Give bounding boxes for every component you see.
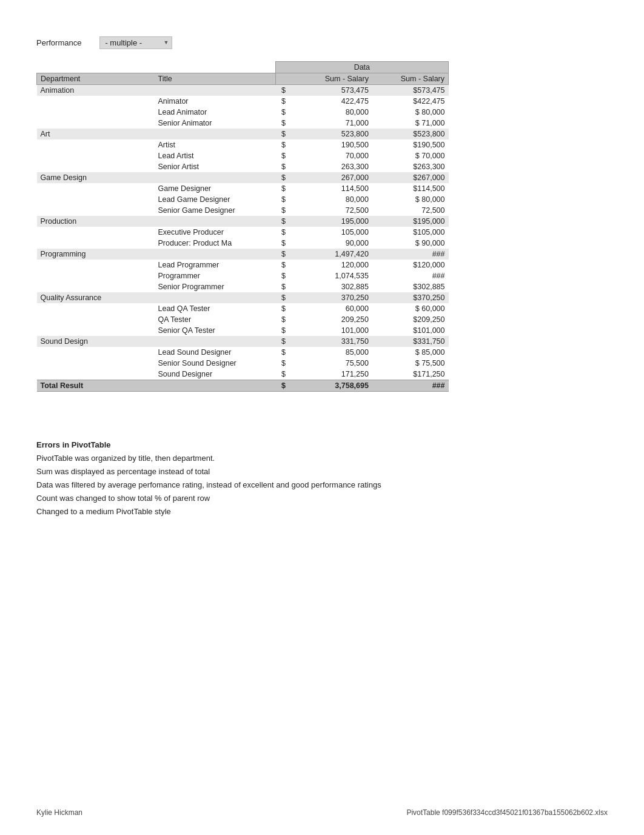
title-sum2: $ 80,000: [372, 107, 449, 118]
title-name: Senior Programmer: [155, 281, 276, 292]
dept-title-empty: [155, 249, 276, 260]
title-dept-empty: [37, 303, 155, 314]
dept-sum2: $523,800: [372, 129, 449, 139]
total-title-empty: [155, 380, 276, 392]
title-dollar: $: [275, 281, 289, 292]
filter-row: Performance - multiple -: [36, 36, 608, 49]
col-title-header: Title: [155, 73, 276, 85]
title-sum1: 70,000: [289, 150, 372, 161]
title-sum1: 75,500: [289, 358, 372, 369]
title-dept-empty: [37, 139, 155, 150]
title-row: Lead Sound Designer $ 85,000 $ 85,000: [37, 347, 449, 358]
footer-author: Kylie Hickman: [36, 808, 82, 817]
dept-row: Quality Assurance $ 370,250 $370,250: [37, 292, 449, 303]
title-sum2: $101,000: [372, 325, 449, 336]
title-row: Executive Producer $ 105,000 $105,000: [37, 227, 449, 238]
title-name: Artist: [155, 139, 276, 150]
title-name: Senior Sound Designer: [155, 358, 276, 369]
title-sum2: $263,300: [372, 161, 449, 172]
total-row: Total Result $ 3,758,695 ###: [37, 380, 449, 392]
title-sum1: 85,000: [289, 347, 372, 358]
title-dept-empty: [37, 150, 155, 161]
dept-sum1: 331,750: [289, 336, 372, 347]
title-dept-empty: [37, 358, 155, 369]
title-row: Artist $ 190,500 $190,500: [37, 139, 449, 150]
title-dollar: $: [275, 139, 289, 150]
dept-dollar: $: [275, 129, 289, 139]
title-name: Lead Sound Designer: [155, 347, 276, 358]
dept-dollar: $: [275, 172, 289, 183]
dept-sum2: $195,000: [372, 216, 449, 227]
title-sum1: 60,000: [289, 303, 372, 314]
filter-label: Performance: [36, 38, 81, 47]
title-dept-empty: [37, 118, 155, 129]
title-sum2: $ 60,000: [372, 303, 449, 314]
dept-sum1: 370,250: [289, 292, 372, 303]
title-name: Senior QA Tester: [155, 325, 276, 336]
dept-row: Game Design $ 267,000 $267,000: [37, 172, 449, 183]
title-row: Animator $ 422,475 $422,475: [37, 96, 449, 107]
title-dept-empty: [37, 369, 155, 380]
dept-sum1: 523,800: [289, 129, 372, 139]
title-row: Senior Animator $ 71,000 $ 71,000: [37, 118, 449, 129]
dept-row: Animation $ 573,475 $573,475: [37, 85, 449, 96]
title-sum1: 71,000: [289, 118, 372, 129]
title-sum2: $302,885: [372, 281, 449, 292]
dept-title-empty: [155, 216, 276, 227]
title-name: Lead Programmer: [155, 260, 276, 270]
dept-name: Programming: [37, 249, 155, 260]
title-sum1: 101,000: [289, 325, 372, 336]
title-row: Producer: Product Ma $ 90,000 $ 90,000: [37, 238, 449, 249]
title-sum2: $ 80,000: [372, 194, 449, 205]
dept-title-empty: [155, 172, 276, 183]
title-dollar: $: [275, 205, 289, 216]
title-dept-empty: [37, 347, 155, 358]
title-name: Producer: Product Ma: [155, 238, 276, 249]
dept-name: Game Design: [37, 172, 155, 183]
title-name: Lead Animator: [155, 107, 276, 118]
title-dollar: $: [275, 347, 289, 358]
title-dollar: $: [275, 238, 289, 249]
col-dept-header: Department: [37, 73, 155, 85]
title-dept-empty: [37, 194, 155, 205]
title-row: Senior Game Designer $ 72,500 72,500: [37, 205, 449, 216]
title-row: Lead Artist $ 70,000 $ 70,000: [37, 150, 449, 161]
dept-sum1: 573,475: [289, 85, 372, 96]
dept-row: Programming $ 1,497,420 ###: [37, 249, 449, 260]
title-name: Animator: [155, 96, 276, 107]
title-dollar: $: [275, 270, 289, 281]
dept-title-empty: [155, 85, 276, 96]
title-sum2: $422,475: [372, 96, 449, 107]
empty-dept-header: [37, 62, 155, 73]
title-dept-empty: [37, 161, 155, 172]
title-sum1: 105,000: [289, 227, 372, 238]
title-dollar: $: [275, 150, 289, 161]
title-dept-empty: [37, 260, 155, 270]
dept-sum2: $573,475: [372, 85, 449, 96]
title-sum2: $190,500: [372, 139, 449, 150]
title-name: Senior Artist: [155, 161, 276, 172]
title-sum2: $114,500: [372, 183, 449, 194]
dept-sum2: $267,000: [372, 172, 449, 183]
dept-title-empty: [155, 129, 276, 139]
dept-row: Sound Design $ 331,750 $331,750: [37, 336, 449, 347]
dept-title-empty: [155, 292, 276, 303]
title-dollar: $: [275, 227, 289, 238]
title-sum2: $ 85,000: [372, 347, 449, 358]
title-name: Lead QA Tester: [155, 303, 276, 314]
errors-list: PivotTable was organized by title, then …: [36, 452, 608, 518]
filter-value[interactable]: - multiple -: [99, 36, 172, 49]
dept-name: Animation: [37, 85, 155, 96]
title-sum1: 114,500: [289, 183, 372, 194]
dept-sum2: $370,250: [372, 292, 449, 303]
title-dept-empty: [37, 96, 155, 107]
errors-section: Errors in PivotTable PivotTable was orga…: [36, 440, 608, 518]
title-dollar: $: [275, 369, 289, 380]
title-row: Lead QA Tester $ 60,000 $ 60,000: [37, 303, 449, 314]
dept-name: Art: [37, 129, 155, 139]
title-row: Programmer $ 1,074,535 ###: [37, 270, 449, 281]
title-sum2: $105,000: [372, 227, 449, 238]
dept-dollar: $: [275, 216, 289, 227]
title-name: Sound Designer: [155, 369, 276, 380]
title-sum1: 80,000: [289, 194, 372, 205]
